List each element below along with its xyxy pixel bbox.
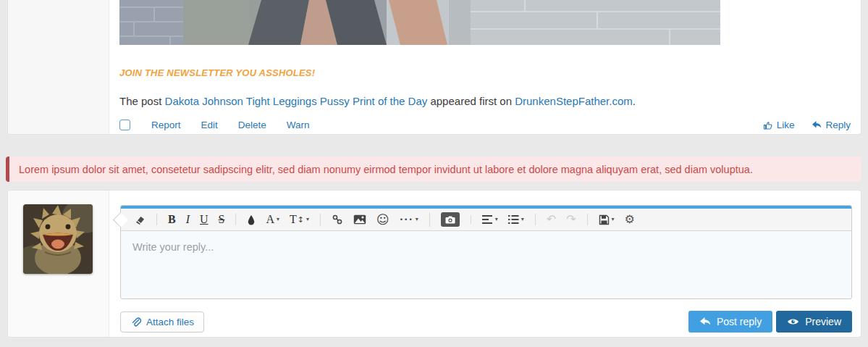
eye-icon xyxy=(787,317,799,326)
reply-arrow-icon xyxy=(812,120,822,130)
post-reply-button[interactable]: Post reply xyxy=(688,311,772,333)
editor-toolbar: B I U S A ▾ T↕ xyxy=(121,209,851,231)
quick-reply-container: B I U S A ▾ T↕ xyxy=(7,190,861,338)
undo-icon[interactable]: ↶ xyxy=(547,214,556,225)
attach-files-label: Attach files xyxy=(146,317,194,327)
font-size-button[interactable]: T↕ ▾ xyxy=(290,214,309,225)
toolbar-group-font: A ▾ T↕ ▾ xyxy=(235,214,320,225)
chevron-down-icon: ▾ xyxy=(521,217,524,222)
thumbs-up-icon xyxy=(763,120,773,130)
chevron-down-icon: ▾ xyxy=(495,217,498,222)
toolbar-group-history: ↶ ↷ xyxy=(535,214,587,225)
reply-label: Reply xyxy=(825,120,851,130)
post-message-body: JOIN THE NEWSLETTER YOU ASSHOLES! The po… xyxy=(109,0,861,134)
post-user-column xyxy=(8,0,109,134)
ellipsis-icon: ••• xyxy=(400,217,413,223)
post-text-prefix: The post xyxy=(119,95,165,107)
site-link[interactable]: DrunkenStepFather.com xyxy=(515,95,633,107)
like-label: Like xyxy=(777,120,795,130)
post-image xyxy=(119,0,720,45)
lizard-avatar-image xyxy=(23,204,93,274)
drafts-button[interactable]: ▾ xyxy=(599,214,615,225)
like-button[interactable]: Like xyxy=(763,120,795,130)
reply-actions-row: Attach files Post reply Preview xyxy=(120,311,852,333)
delete-link[interactable]: Delete xyxy=(238,120,266,130)
strikethrough-button[interactable]: S xyxy=(219,214,225,225)
list-icon xyxy=(508,215,519,224)
link-icon xyxy=(332,214,343,225)
reply-button[interactable]: Reply xyxy=(812,120,851,130)
font-size-letter: T xyxy=(290,214,297,225)
preview-button[interactable]: Preview xyxy=(776,311,852,333)
list-button[interactable]: ▾ xyxy=(508,215,524,224)
more-options-button[interactable]: ••• ▾ xyxy=(400,217,418,223)
notice-banner: Lorem ipsum dolor sit amet, consetetur s… xyxy=(6,156,861,182)
redo-icon[interactable]: ↷ xyxy=(566,214,576,225)
remove-formatting-button[interactable] xyxy=(134,214,146,225)
post-title-link[interactable]: Dakota Johnson Tight Leggings Pussy Prin… xyxy=(165,95,428,107)
chevron-down-icon: ▾ xyxy=(612,217,615,222)
chevron-down-icon: ▾ xyxy=(306,217,309,222)
chevron-down-icon: ▾ xyxy=(277,217,279,222)
chevron-down-icon: ▾ xyxy=(416,217,418,222)
insert-image-button[interactable] xyxy=(353,214,366,225)
insert-media-button[interactable] xyxy=(441,212,460,227)
font-family-button[interactable]: A ▾ xyxy=(266,214,279,225)
newsletter-callout: JOIN THE NEWSLETTER YOU ASSHOLES! xyxy=(119,67,851,78)
size-arrows-icon: ↕ xyxy=(298,216,304,224)
color-droplet-icon xyxy=(247,214,256,225)
alignment-button[interactable]: ▾ xyxy=(482,215,498,224)
reply-user-column xyxy=(8,191,109,337)
toolbar-group-media xyxy=(429,212,471,227)
underline-button[interactable]: U xyxy=(200,214,208,225)
rich-text-editor: B I U S A ▾ T↕ xyxy=(120,205,852,299)
report-link[interactable]: Report xyxy=(151,120,181,130)
attach-files-button[interactable]: Attach files xyxy=(120,312,204,333)
notice-text: Lorem ipsum dolor sit amet, consetetur s… xyxy=(19,164,753,175)
paperclip-icon xyxy=(130,317,141,327)
reply-arrow-icon xyxy=(699,317,711,327)
toolbar-group-basic: B I U S xyxy=(156,214,235,225)
eraser-icon xyxy=(134,214,146,225)
reply-placeholder: Write your reply... xyxy=(132,241,214,253)
post-text: The post Dakota Johnson Tight Leggings P… xyxy=(119,95,851,107)
post-text-suffix: . xyxy=(633,95,636,107)
post-text-middle: appeared first on xyxy=(427,95,515,107)
floppy-disk-icon xyxy=(599,214,610,225)
toolbar-group-misc: ▾ ⚙ xyxy=(587,214,646,225)
toolbar-group-paragraph: ▾ ▾ xyxy=(471,215,535,224)
gear-icon[interactable]: ⚙ xyxy=(625,214,635,225)
image-icon xyxy=(353,214,366,225)
post-controls-row: Report Edit Delete Warn Like Reply xyxy=(119,120,851,130)
preview-label: Preview xyxy=(805,316,841,327)
toolbar-group-insert: ☺ ••• ▾ xyxy=(320,214,429,226)
align-left-icon xyxy=(482,215,493,224)
italic-button[interactable]: I xyxy=(186,214,190,225)
bold-button[interactable]: B xyxy=(168,214,176,225)
reply-textbox[interactable]: Write your reply... xyxy=(121,231,851,298)
select-post-checkbox[interactable] xyxy=(119,120,130,130)
smiley-icon[interactable]: ☺ xyxy=(376,214,389,226)
warn-link[interactable]: Warn xyxy=(287,120,310,130)
reply-editor-area: B I U S A ▾ T↕ xyxy=(109,191,861,337)
font-family-letter: A xyxy=(266,214,274,225)
post-reply-label: Post reply xyxy=(717,316,762,327)
avatar[interactable] xyxy=(23,204,93,274)
camera-icon xyxy=(445,216,455,224)
post-container: JOIN THE NEWSLETTER YOU ASSHOLES! The po… xyxy=(7,0,861,135)
text-color-button[interactable] xyxy=(247,214,256,225)
edit-link[interactable]: Edit xyxy=(201,120,218,130)
insert-link-button[interactable] xyxy=(332,214,343,225)
